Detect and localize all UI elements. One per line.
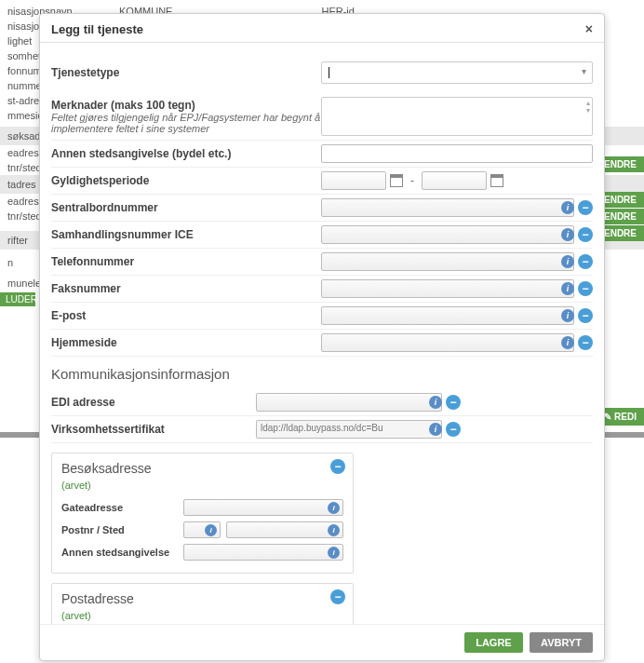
label-epost: E-post <box>51 309 321 322</box>
label-postnr: Postnr / Sted <box>61 524 178 535</box>
info-icon[interactable]: i <box>205 524 217 536</box>
label-merknader: Merknader (maks 100 tegn) Feltet gjøres … <box>51 99 321 134</box>
bg-label: tnr/sted <box>7 210 42 222</box>
info-icon[interactable]: i <box>561 255 574 268</box>
bg-label: lighet <box>7 35 32 47</box>
info-icon[interactable]: i <box>328 524 340 536</box>
postnr-input[interactable]: i <box>183 521 221 538</box>
remove-icon[interactable]: − <box>578 227 593 242</box>
remove-icon[interactable]: − <box>330 589 345 604</box>
label-annen-sted: Annen stedsangivelse (bydel etc.) <box>51 147 321 160</box>
modal-footer: LAGRE AVBRYT <box>40 624 604 660</box>
info-icon[interactable]: i <box>429 396 442 409</box>
gyldighet-from-input[interactable] <box>321 171 386 190</box>
calendar-icon[interactable] <box>390 174 403 187</box>
save-button[interactable]: LAGRE <box>464 632 523 653</box>
remove-icon[interactable]: − <box>330 459 345 474</box>
gyldighet-to-input[interactable] <box>422 171 487 190</box>
modal-title: Legg til tjeneste <box>51 22 143 36</box>
modal-body: Tjenestetype | Merknader (maks 100 tegn)… <box>40 43 604 624</box>
merknader-textarea[interactable]: ▴▾ <box>321 97 593 136</box>
calendar-icon[interactable] <box>490 174 503 187</box>
bg-pill: LUDER <box>0 292 35 306</box>
faks-input[interactable] <box>321 279 574 298</box>
label-annen-stedsangivelse: Annen stedsangivelse <box>61 547 178 558</box>
remove-icon[interactable]: − <box>578 281 593 296</box>
bg-label: fonnum <box>7 65 42 76</box>
date-separator: - <box>410 174 414 187</box>
info-icon[interactable]: i <box>328 502 340 514</box>
bg-section: søksad <box>7 130 40 142</box>
label-cert: Virksomhetssertifikat <box>51 423 256 436</box>
section-kommunikasjon: Kommunikasjonsinformasjon <box>51 366 593 382</box>
inherited-label: (arvet) <box>61 480 343 491</box>
besoksadresse-title: Besøksadresse <box>61 461 343 476</box>
inherited-label: (arvet) <box>61 610 343 621</box>
label-telefon: Telefonnummer <box>51 255 321 268</box>
label-samhandling: Samhandlingsnummer ICE <box>51 228 321 241</box>
cancel-button[interactable]: AVBRYT <box>530 632 593 653</box>
hjemmeside-input[interactable] <box>321 333 574 352</box>
bg-label: tnr/sted <box>7 162 42 173</box>
remove-icon[interactable]: − <box>578 254 593 269</box>
spinner-icon[interactable]: ▴▾ <box>586 100 590 115</box>
info-icon[interactable]: i <box>561 282 574 295</box>
sentralbord-input[interactable] <box>321 198 574 217</box>
info-icon[interactable]: i <box>429 423 442 436</box>
postadresse-box: − Postadresse (arvet) Gateadresse i Post… <box>51 583 354 624</box>
remove-icon[interactable]: − <box>578 308 593 323</box>
tjenestetype-dropdown[interactable]: | <box>321 61 593 84</box>
cert-input[interactable]: ldap://ldap.buypass.no/dc=Bu <box>256 420 442 439</box>
bg-label: n <box>7 257 13 268</box>
info-icon[interactable]: i <box>328 547 340 559</box>
bg-label: nisasjo <box>7 20 39 32</box>
label-sentralbord: Sentralbordnummer <box>51 201 321 214</box>
annen-stedsangivelse-input[interactable]: i <box>183 544 343 561</box>
add-service-modal: Legg til tjeneste × Tjenestetype | Merkn… <box>39 13 605 661</box>
info-icon[interactable]: i <box>561 336 574 349</box>
gateadresse-input[interactable]: i <box>183 499 343 516</box>
remove-icon[interactable]: − <box>578 200 593 215</box>
samhandling-input[interactable] <box>321 225 574 244</box>
close-icon[interactable]: × <box>585 21 593 36</box>
annen-sted-input[interactable] <box>321 144 593 163</box>
epost-input[interactable] <box>321 306 574 325</box>
info-icon[interactable]: i <box>561 228 574 241</box>
postadresse-title: Postadresse <box>61 591 343 606</box>
remove-icon[interactable]: − <box>446 395 461 410</box>
bg-section: tadres <box>7 179 36 190</box>
remove-icon[interactable]: − <box>446 422 461 437</box>
edi-input[interactable] <box>256 393 442 412</box>
label-tjenestetype: Tjenestetype <box>51 66 321 79</box>
sted-input[interactable]: i <box>226 521 343 538</box>
label-hjemmeside: Hjemmeside <box>51 336 321 349</box>
remove-icon[interactable]: − <box>578 335 593 350</box>
besoksadresse-box: − Besøksadresse (arvet) Gateadresse i Po… <box>51 453 354 574</box>
modal-header: Legg til tjeneste × <box>40 14 604 43</box>
label-faks: Faksnummer <box>51 282 321 295</box>
label-gateadresse: Gateadresse <box>61 502 178 513</box>
label-edi: EDI adresse <box>51 396 256 409</box>
bg-section: rifter <box>7 235 28 246</box>
telefon-input[interactable] <box>321 252 574 271</box>
info-icon[interactable]: i <box>561 309 574 322</box>
info-icon[interactable]: i <box>561 201 574 214</box>
label-gyldighet: Gyldighetsperiode <box>51 174 321 187</box>
